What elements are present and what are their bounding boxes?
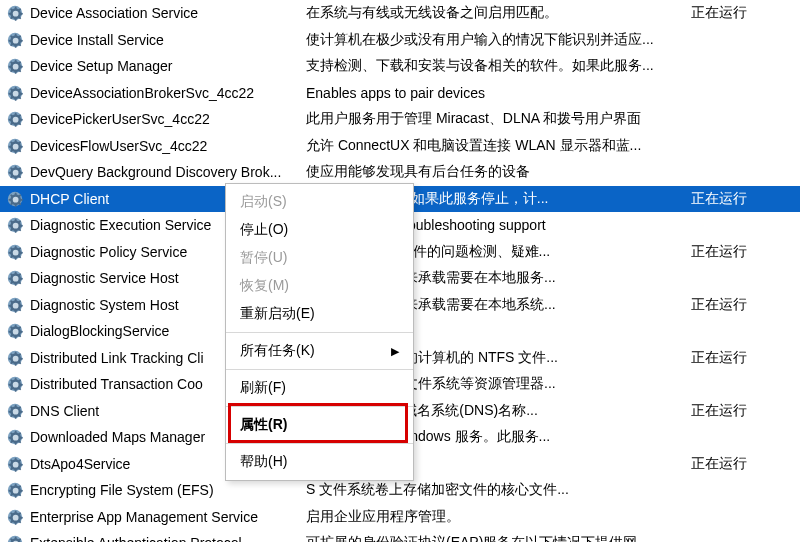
service-description: 可扩展的身份验证协议(EAP)服务在以下情况下提供网... [306, 534, 691, 542]
service-description: 使应用能够发现具有后台任务的设备 [306, 163, 691, 181]
menu-help[interactable]: 帮助(H) [226, 448, 413, 476]
service-name: DialogBlockingService [30, 323, 169, 339]
service-name: DeviceAssociationBrokerSvc_4cc22 [30, 85, 254, 101]
gear-icon [6, 31, 24, 49]
service-name: Device Install Service [30, 32, 164, 48]
menu-sep-2 [226, 369, 413, 370]
gear-icon [6, 243, 24, 261]
service-name-cell: DevQuery Background Discovery Brok... [6, 163, 306, 181]
gear-icon [6, 190, 24, 208]
menu-start: 启动(S) [226, 188, 413, 216]
service-description: 此用户服务用于管理 Miracast、DLNA 和拨号用户界面 [306, 110, 691, 128]
service-description: 允许 ConnectUX 和电脑设置连接 WLAN 显示器和蓝... [306, 137, 691, 155]
service-name-cell: Device Association Service [6, 4, 306, 22]
menu-resume: 恢复(M) [226, 272, 413, 300]
gear-icon [6, 163, 24, 181]
gear-icon [6, 349, 24, 367]
service-name: Downloaded Maps Manager [30, 429, 205, 445]
gear-icon [6, 216, 24, 234]
gear-icon [6, 402, 24, 420]
gear-icon [6, 455, 24, 473]
service-name-cell: DeviceAssociationBrokerSvc_4cc22 [6, 84, 306, 102]
menu-pause-label: 暂停(U) [240, 249, 287, 267]
service-name: DevQuery Background Discovery Brok... [30, 164, 281, 180]
menu-sep-3 [226, 406, 413, 407]
service-row[interactable]: Device Association Service在系统与有线或无线设备之间启… [0, 0, 800, 27]
submenu-arrow-icon: ▶ [391, 345, 399, 358]
service-name: Diagnostic System Host [30, 297, 179, 313]
menu-refresh-label: 刷新(F) [240, 379, 286, 397]
menu-alltasks-label: 所有任务(K) [240, 342, 315, 360]
menu-stop-label: 停止(O) [240, 221, 288, 239]
service-row[interactable]: Device Install Service使计算机在极少或没有用户输入的情况下… [0, 27, 800, 54]
menu-properties-label: 属性(R) [240, 416, 287, 434]
menu-stop[interactable]: 停止(O) [226, 216, 413, 244]
service-description: 在系统与有线或无线设备之间启用匹配。 [306, 4, 691, 22]
service-name: Device Setup Manager [30, 58, 172, 74]
gear-icon [6, 110, 24, 128]
service-name-cell: DevicesFlowUserSvc_4cc22 [6, 137, 306, 155]
gear-icon [6, 57, 24, 75]
service-description: 启用企业应用程序管理。 [306, 508, 691, 526]
service-name: Extensible Authentication Protocol [30, 535, 242, 542]
service-name: Device Association Service [30, 5, 198, 21]
service-row[interactable]: Device Setup Manager支持检测、下载和安装与设备相关的软件。如… [0, 53, 800, 80]
gear-icon [6, 84, 24, 102]
service-status: 正在运行 [691, 190, 781, 208]
service-status: 正在运行 [691, 296, 781, 314]
service-name: Distributed Transaction Coo [30, 376, 203, 392]
gear-icon [6, 322, 24, 340]
service-row[interactable]: DevQuery Background Discovery Brok...使应用… [0, 159, 800, 186]
menu-restart[interactable]: 重新启动(E) [226, 300, 413, 328]
gear-icon [6, 4, 24, 22]
service-status: 正在运行 [691, 349, 781, 367]
service-name: Diagnostic Execution Service [30, 217, 211, 233]
menu-sep-1 [226, 332, 413, 333]
menu-properties[interactable]: 属性(R) [226, 411, 413, 439]
menu-start-label: 启动(S) [240, 193, 287, 211]
service-status: 正在运行 [691, 402, 781, 420]
gear-icon [6, 428, 24, 446]
service-row[interactable]: Extensible Authentication Protocol可扩展的身份… [0, 530, 800, 542]
service-row[interactable]: DevicePickerUserSvc_4cc22此用户服务用于管理 Mirac… [0, 106, 800, 133]
menu-resume-label: 恢复(M) [240, 277, 289, 295]
service-description: Enables apps to pair devices [306, 85, 691, 101]
menu-restart-label: 重新启动(E) [240, 305, 315, 323]
service-name: Diagnostic Policy Service [30, 244, 187, 260]
service-name: Distributed Link Tracking Cli [30, 350, 204, 366]
service-name: Encrypting File System (EFS) [30, 482, 214, 498]
gear-icon [6, 481, 24, 499]
gear-icon [6, 534, 24, 542]
service-row[interactable]: DevicesFlowUserSvc_4cc22允许 ConnectUX 和电脑… [0, 133, 800, 160]
service-name-cell: Enterprise App Management Service [6, 508, 306, 526]
service-name: Diagnostic Service Host [30, 270, 179, 286]
service-name: DtsApo4Service [30, 456, 130, 472]
gear-icon [6, 137, 24, 155]
service-row[interactable]: DeviceAssociationBrokerSvc_4cc22Enables … [0, 80, 800, 107]
service-name-cell: Device Setup Manager [6, 57, 306, 75]
service-name: DHCP Client [30, 191, 109, 207]
menu-refresh[interactable]: 刷新(F) [226, 374, 413, 402]
service-name-cell: DevicePickerUserSvc_4cc22 [6, 110, 306, 128]
gear-icon [6, 508, 24, 526]
menu-pause: 暂停(U) [226, 244, 413, 272]
service-name: DevicePickerUserSvc_4cc22 [30, 111, 210, 127]
menu-alltasks[interactable]: 所有任务(K)▶ [226, 337, 413, 365]
service-description: S 文件系统卷上存储加密文件的核心文件... [306, 481, 691, 499]
context-menu: 启动(S) 停止(O) 暂停(U) 恢复(M) 重新启动(E) 所有任务(K)▶… [225, 183, 414, 481]
gear-icon [6, 375, 24, 393]
service-status: 正在运行 [691, 455, 781, 473]
service-status: 正在运行 [691, 4, 781, 22]
menu-sep-4 [226, 443, 413, 444]
service-row[interactable]: Enterprise App Management Service启用企业应用程… [0, 504, 800, 531]
service-name: Enterprise App Management Service [30, 509, 258, 525]
service-name-cell: Encrypting File System (EFS) [6, 481, 306, 499]
service-name: DNS Client [30, 403, 99, 419]
service-name-cell: Extensible Authentication Protocol [6, 534, 306, 542]
service-description: 支持检测、下载和安装与设备相关的软件。如果此服务... [306, 57, 691, 75]
service-name: DevicesFlowUserSvc_4cc22 [30, 138, 207, 154]
gear-icon [6, 269, 24, 287]
service-status: 正在运行 [691, 243, 781, 261]
menu-help-label: 帮助(H) [240, 453, 287, 471]
service-description: 使计算机在极少或没有用户输入的情况下能识别并适应... [306, 31, 691, 49]
